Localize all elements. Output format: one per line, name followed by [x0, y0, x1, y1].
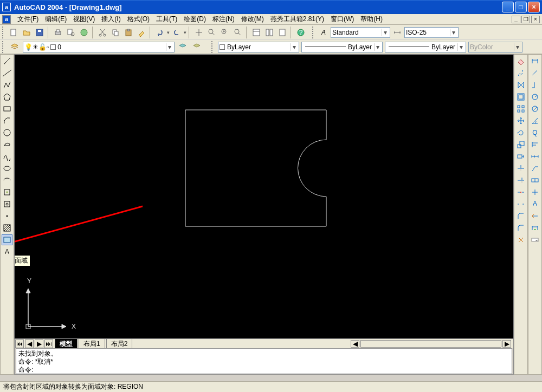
break-tool[interactable] — [515, 199, 526, 210]
rotate-tool[interactable] — [515, 127, 526, 138]
menu-modify[interactable]: 修改(M) — [239, 14, 266, 25]
layer-toolbar-grip[interactable] — [2, 41, 5, 53]
dim-style-dropdown[interactable] — [530, 234, 540, 245]
zoom-window-button[interactable] — [219, 27, 231, 38]
toolbar-grip[interactable] — [2, 27, 5, 38]
linetype-combo[interactable]: ByLayer ▾ — [301, 42, 383, 53]
tab-first-button[interactable]: ⏮ — [15, 339, 24, 348]
extend-tool[interactable] — [515, 175, 526, 186]
dim-update-tool[interactable] — [530, 223, 540, 233]
spline-tool[interactable] — [2, 151, 12, 162]
chamfer-tool[interactable] — [515, 211, 526, 221]
ellipse-arc-tool[interactable] — [2, 175, 12, 186]
center-mark-tool[interactable] — [530, 187, 540, 198]
tab-last-button[interactable]: ⏭ — [44, 339, 53, 348]
new-button[interactable] — [8, 27, 20, 38]
tab-model[interactable]: 模型 — [55, 338, 78, 349]
scale-tool[interactable] — [515, 139, 526, 150]
tab-prev-button[interactable]: ◀ — [25, 339, 34, 348]
trim-tool[interactable] — [515, 163, 526, 174]
command-line[interactable]: 未找到对象。 命令: *取消* 命令: — [16, 348, 512, 374]
radius-dim-tool[interactable] — [530, 92, 540, 102]
plotstyle-combo[interactable]: ByColor ▾ — [468, 42, 522, 53]
polyline-tool[interactable] — [2, 80, 12, 90]
save-button[interactable] — [34, 27, 46, 38]
rectangle-tool[interactable] — [2, 103, 12, 114]
point-tool[interactable] — [2, 211, 12, 221]
explode-tool[interactable] — [515, 234, 526, 245]
tool-palettes-button[interactable] — [276, 27, 288, 38]
ordinate-dim-tool[interactable] — [530, 80, 540, 90]
menu-window[interactable]: 窗口(W) — [328, 14, 356, 25]
open-button[interactable] — [21, 27, 33, 38]
menu-help[interactable]: 帮助(H) — [358, 14, 385, 25]
copy-tool[interactable] — [515, 68, 526, 79]
mdi-close-button[interactable]: × — [531, 16, 540, 23]
menu-format[interactable]: 格式(O) — [125, 14, 152, 25]
zoom-previous-button[interactable] — [232, 27, 244, 38]
properties-toolbar-grip[interactable] — [211, 41, 215, 53]
lineweight-combo[interactable]: ByLayer ▾ — [385, 42, 466, 53]
design-center-button[interactable] — [263, 27, 275, 38]
layer-combo[interactable]: 💡 ☀ 🔓 ▫ 0 ▾ — [23, 42, 175, 53]
match-properties-button[interactable] — [136, 27, 147, 38]
dim-text-edit-tool[interactable] — [530, 211, 540, 221]
undo-button[interactable] — [154, 27, 166, 38]
array-tool[interactable] — [515, 103, 526, 114]
region-tool[interactable] — [2, 234, 12, 245]
mdi-minimize-button[interactable]: _ — [512, 16, 520, 23]
text-tool[interactable]: A — [2, 246, 12, 257]
menu-insert[interactable]: 插入(I) — [99, 14, 122, 25]
styles-toolbar-grip[interactable] — [312, 27, 315, 38]
pan-button[interactable] — [193, 27, 205, 38]
construction-line-tool[interactable] — [2, 68, 12, 79]
menu-dimension[interactable]: 标注(N) — [210, 14, 237, 25]
offset-tool[interactable] — [515, 92, 526, 102]
baseline-dim-tool[interactable] — [530, 139, 540, 150]
tab-layout2[interactable]: 布局2 — [106, 338, 133, 349]
diameter-dim-tool[interactable] — [530, 103, 540, 114]
help-button[interactable]: ? — [295, 27, 307, 38]
tab-layout1[interactable]: 布局1 — [79, 338, 105, 349]
layer-previous-button[interactable] — [177, 41, 189, 53]
dim-edit-tool[interactable]: A — [530, 199, 540, 210]
menu-view[interactable]: 视图(V) — [71, 14, 97, 25]
break-at-point-tool[interactable] — [515, 187, 526, 198]
mdi-restore-button[interactable]: ❐ — [521, 16, 530, 23]
move-tool[interactable] — [515, 115, 526, 126]
text-style-combo[interactable]: Standard ▾ — [331, 27, 390, 38]
window-maximize-button[interactable]: □ — [515, 2, 527, 12]
copy-button[interactable] — [109, 27, 121, 38]
redo-button[interactable] — [171, 27, 183, 38]
cut-button[interactable] — [96, 27, 108, 38]
make-block-tool[interactable] — [2, 199, 12, 210]
linear-dim-tool[interactable] — [530, 56, 540, 67]
ellipse-tool[interactable] — [2, 163, 12, 174]
stretch-tool[interactable] — [515, 151, 526, 162]
menu-file[interactable]: 文件(F) — [15, 14, 41, 25]
fillet-tool[interactable] — [515, 223, 526, 233]
aligned-dim-tool[interactable] — [530, 68, 540, 79]
drawing-canvas[interactable]: X Y 面域 — [15, 55, 513, 338]
tab-next-button[interactable]: ▶ — [35, 339, 43, 348]
tolerance-tool[interactable] — [530, 175, 540, 186]
dim-style-combo[interactable]: ISO-25 ▾ — [404, 27, 459, 38]
hscroll-track[interactable] — [360, 340, 501, 348]
paste-button[interactable] — [122, 27, 134, 38]
arc-tool[interactable] — [2, 115, 12, 126]
menu-edit[interactable]: 编辑(E) — [43, 14, 69, 25]
menu-tools[interactable]: 工具(T) — [154, 14, 179, 25]
polygon-tool[interactable] — [2, 92, 12, 102]
quick-dim-tool[interactable]: Q — [530, 127, 540, 138]
circle-tool[interactable] — [2, 127, 12, 138]
leader-tool[interactable] — [530, 163, 540, 174]
hscroll-left-button[interactable]: ◀ — [351, 340, 359, 348]
line-tool[interactable] — [2, 56, 12, 67]
continue-dim-tool[interactable] — [530, 151, 540, 162]
mirror-tool[interactable] — [515, 80, 526, 90]
hscroll-right-button[interactable]: ▶ — [502, 340, 511, 348]
text-style-button[interactable]: A — [318, 27, 330, 38]
layer-states-button[interactable] — [191, 41, 203, 53]
publish-button[interactable] — [78, 27, 90, 38]
layer-manager-button[interactable] — [9, 41, 21, 53]
